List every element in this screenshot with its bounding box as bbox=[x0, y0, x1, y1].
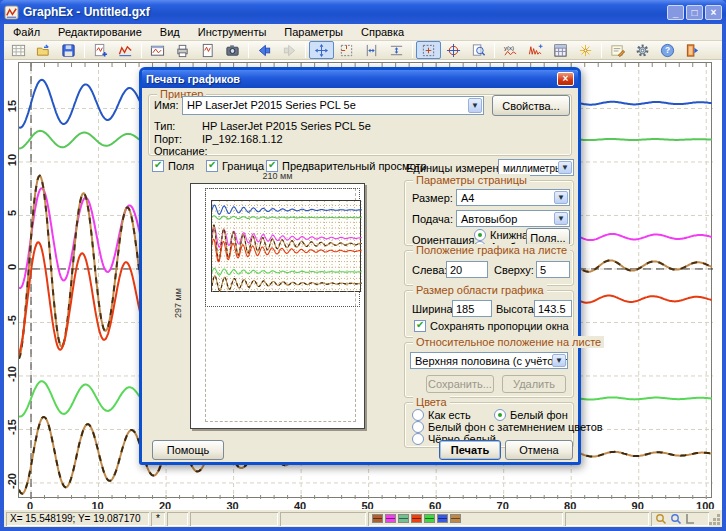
page-height-label: 297 мм bbox=[173, 278, 183, 318]
curve-color-chip bbox=[385, 514, 396, 523]
size-label: Размер: bbox=[412, 192, 453, 204]
modified-flag: * bbox=[151, 512, 165, 526]
settings-gear-button[interactable] bbox=[630, 41, 655, 59]
copy-image-button[interactable] bbox=[145, 41, 170, 59]
print-button[interactable] bbox=[170, 41, 195, 59]
chevron-down-icon[interactable]: ▼ bbox=[468, 98, 482, 113]
printer-properties-button[interactable]: Свойства... bbox=[492, 95, 570, 116]
window-titlebar[interactable]: GraphEx - Untitled.gxf _ □ × bbox=[0, 0, 726, 24]
zoom-out-icon[interactable] bbox=[670, 513, 682, 525]
save-position-button: Сохранить... bbox=[426, 375, 494, 393]
fit-height-button[interactable] bbox=[384, 41, 409, 59]
save-file-button[interactable] bbox=[56, 41, 81, 59]
open-file-button[interactable] bbox=[31, 41, 56, 59]
y-axis-label: -10 bbox=[6, 366, 18, 382]
checkbox-icon[interactable] bbox=[152, 160, 164, 172]
crosshair-button[interactable] bbox=[441, 41, 466, 59]
back-button[interactable] bbox=[252, 41, 277, 59]
print-dialog-titlebar[interactable]: Печать графиков × bbox=[142, 70, 578, 88]
menu-view[interactable]: Вид bbox=[151, 25, 189, 39]
y-of-x-button[interactable]: y(x) bbox=[498, 41, 523, 59]
close-button[interactable]: × bbox=[705, 5, 722, 20]
printer-name-select[interactable]: HP LaserJet P2015 Series PCL 5e▼ bbox=[182, 96, 484, 115]
checkbox-icon[interactable] bbox=[414, 320, 426, 332]
size-select[interactable]: A4▼ bbox=[456, 189, 570, 206]
relative-position-select[interactable]: Верхняя половина (с учётом пропорц▼ bbox=[410, 352, 568, 369]
resize-grip[interactable] bbox=[709, 514, 721, 526]
chevron-down-icon[interactable]: ▼ bbox=[554, 191, 568, 204]
radio-icon[interactable] bbox=[494, 409, 506, 421]
maximize-button[interactable]: □ bbox=[686, 5, 703, 20]
menu-help[interactable]: Справка bbox=[352, 25, 413, 39]
zoom-in-icon[interactable] bbox=[655, 513, 667, 525]
status-tools-panel bbox=[651, 512, 709, 526]
curve-color-chips bbox=[368, 512, 563, 526]
pos-top-input[interactable] bbox=[536, 261, 570, 278]
cursor-coordinates: X= 15.548199; Y= 19.087170 bbox=[6, 512, 149, 526]
menu-edit[interactable]: Редактирование bbox=[49, 25, 151, 39]
fit-frame-button[interactable] bbox=[334, 41, 359, 59]
feed-select[interactable]: Автовыбор▼ bbox=[456, 210, 570, 227]
annotate-button[interactable] bbox=[605, 41, 630, 59]
keep-proportions-checkbox[interactable]: Сохранять пропорции окна bbox=[414, 320, 569, 332]
curve-color-chip bbox=[424, 514, 435, 523]
zoom-selection-button[interactable] bbox=[416, 41, 441, 59]
print-dialog-close-icon[interactable]: × bbox=[557, 72, 574, 86]
colors-as-is-radio[interactable]: Как есть bbox=[412, 409, 471, 421]
graphex-window: GraphEx - Untitled.gxf _ □ × Файл Редакт… bbox=[0, 0, 726, 531]
pos-top-label: Сверху: bbox=[494, 264, 534, 276]
colors-white-dim-radio[interactable]: Белый фон с затемнением цветов bbox=[412, 421, 603, 433]
printer-type-label: Тип: bbox=[154, 120, 175, 132]
window-title: GraphEx - Untitled.gxf bbox=[23, 5, 665, 19]
magic-wand-button[interactable] bbox=[573, 41, 598, 59]
chevron-down-icon[interactable]: ▼ bbox=[552, 354, 566, 367]
size-height-input[interactable] bbox=[534, 300, 572, 317]
page-width-label: 210 мм bbox=[190, 171, 365, 181]
printer-port-label: Порт: bbox=[154, 133, 182, 145]
size-width-input[interactable] bbox=[452, 300, 492, 317]
print-confirm-button[interactable]: Печать bbox=[439, 440, 501, 460]
curve-color-chip bbox=[450, 514, 461, 523]
printer-name-label: Имя: bbox=[154, 99, 178, 111]
status-panel bbox=[167, 512, 188, 526]
menu-options[interactable]: Параметры bbox=[275, 25, 352, 39]
new-table-button[interactable] bbox=[6, 41, 31, 59]
value-table-button[interactable] bbox=[548, 41, 573, 59]
fit-all-button[interactable] bbox=[309, 41, 334, 59]
fields-checkbox[interactable]: Поля bbox=[152, 160, 194, 172]
curve-green-lower bbox=[212, 268, 362, 275]
minimize-button[interactable]: _ bbox=[667, 5, 684, 20]
y-axis-label: -5 bbox=[6, 312, 18, 328]
cancel-button[interactable]: Отмена bbox=[505, 440, 573, 460]
radio-icon[interactable] bbox=[412, 409, 424, 421]
radio-icon[interactable] bbox=[412, 421, 424, 433]
chevron-down-icon[interactable]: ▼ bbox=[558, 161, 572, 174]
zoom-page-button[interactable] bbox=[466, 41, 491, 59]
y-axis-label: -20 bbox=[6, 473, 18, 489]
menubar: Файл Редактирование Вид Инструменты Пара… bbox=[4, 24, 722, 41]
menu-tools[interactable]: Инструменты bbox=[189, 25, 276, 39]
colors-group-label: Цвета bbox=[413, 396, 450, 408]
fit-width-button[interactable] bbox=[359, 41, 384, 59]
chevron-down-icon[interactable]: ▼ bbox=[554, 212, 568, 225]
add-curve-file-button[interactable] bbox=[88, 41, 113, 59]
curve-color-chip bbox=[398, 514, 409, 523]
snapshot-camera-button[interactable] bbox=[220, 41, 245, 59]
help-button[interactable]: ? bbox=[655, 41, 680, 59]
svg-text:y(x): y(x) bbox=[504, 43, 514, 50]
new-curve-button[interactable] bbox=[113, 41, 138, 59]
spectrum-button[interactable] bbox=[523, 41, 548, 59]
help-dialog-button[interactable]: Помощь bbox=[152, 440, 224, 460]
exit-button[interactable] bbox=[680, 41, 705, 59]
radio-icon[interactable] bbox=[412, 433, 424, 445]
size-height-label: Высота: bbox=[496, 303, 537, 315]
printer-port-value: IP_192.168.1.12 bbox=[202, 133, 283, 145]
app-icon bbox=[4, 5, 19, 20]
colors-white-bg-radio[interactable]: Белый фон bbox=[494, 409, 568, 421]
pos-left-input[interactable] bbox=[446, 261, 488, 278]
radio-icon[interactable] bbox=[474, 229, 486, 241]
graph-size-group-label: Размер области графика bbox=[413, 284, 547, 296]
menu-file[interactable]: Файл bbox=[4, 25, 49, 39]
print-preview-button[interactable] bbox=[195, 41, 220, 59]
statusbar: X= 15.548199; Y= 19.087170 * bbox=[4, 509, 722, 527]
